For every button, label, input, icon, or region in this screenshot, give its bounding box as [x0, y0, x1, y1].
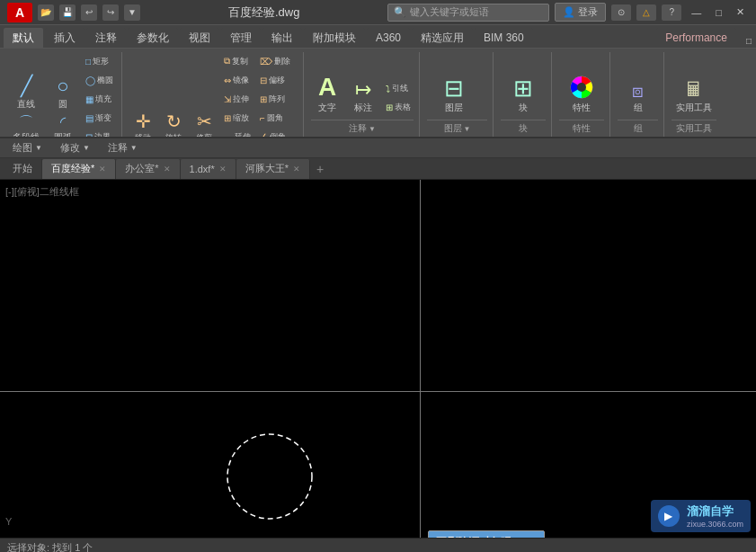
tab-view[interactable]: 视图 [180, 28, 219, 48]
tool-dimension[interactable]: ↦ 标注 [347, 78, 379, 116]
tab-performance[interactable]: Performance [656, 28, 736, 48]
info-button[interactable]: ⊙ [611, 4, 631, 21]
tab-bim360[interactable]: BIM 360 [475, 28, 533, 48]
tab-default[interactable]: 默认 [4, 28, 43, 48]
tool-circle[interactable]: ○ 圆 [47, 75, 79, 112]
quick-access-redo[interactable]: ↪ [102, 4, 119, 21]
group-group-label[interactable]: 组 [618, 120, 658, 137]
tool-block[interactable]: ⊞ 块 [501, 75, 546, 116]
tool-gradient[interactable]: ▤渐变 [83, 109, 116, 127]
draw-tools: ╱ 直线 ⌒ 多段线 ○ 圆 ◜ 圆弧 □矩形 [9, 52, 116, 138]
tab-start[interactable]: 开始 [4, 159, 42, 179]
tab-new-button[interactable]: + [310, 159, 330, 179]
ribbon-collapse[interactable]: □ [742, 34, 756, 48]
ribbon-group-utility: 🖩 实用工具 实用工具 [666, 52, 722, 137]
ribbon-group-block: ⊞ 块 块 [495, 52, 552, 137]
tool-leader[interactable]: ⤵引线 [383, 79, 414, 97]
tool-copy[interactable]: ⧉复制 [221, 52, 253, 70]
quick-access-more[interactable]: ▼ [124, 4, 140, 21]
annotate-tools: A 文字 ↦ 标注 ⤵引线 ⊞表格 [311, 52, 414, 120]
annotate-group-label[interactable]: 注释 ▼ [311, 120, 414, 137]
ribbon-group-draw: ╱ 直线 ⌒ 多段线 ○ 圆 ◜ 圆弧 □矩形 [4, 52, 122, 137]
tool-utility[interactable]: 🖩 实用工具 [672, 78, 716, 116]
dimension-icon: ↦ [355, 80, 371, 100]
tab-output[interactable]: 输出 [262, 28, 302, 48]
tab-office[interactable]: 办公室* ✕ [116, 159, 180, 179]
extend-icon: ↔ [224, 132, 233, 139]
tool-scale[interactable]: ⊞缩放 [221, 109, 253, 127]
block-tools: ⊞ 块 [501, 52, 546, 120]
array-icon: ⊞ [260, 94, 267, 104]
tool-polyline[interactable]: ⌒ 多段线 [9, 113, 43, 138]
person-icon: 👤 [563, 6, 575, 18]
tool-extend[interactable]: ↔延伸 [221, 128, 253, 138]
help-button[interactable]: ? [662, 4, 681, 21]
modify-arrow-icon: ▼ [83, 144, 90, 152]
chamfer-icon: ∠ [260, 132, 268, 139]
minimize-button[interactable]: — [687, 5, 706, 20]
tab-dxf-close[interactable]: ✕ [219, 165, 227, 174]
tool-text[interactable]: A 文字 [311, 73, 343, 116]
boundary-icon: ⊡ [85, 132, 93, 139]
tool-boundary[interactable]: ⊡边界 [83, 128, 116, 138]
fillet-icon: ⌐ [260, 113, 265, 123]
login-button[interactable]: 👤 登录 [555, 3, 606, 22]
tab-insert[interactable]: 插入 [45, 28, 84, 48]
tab-manage[interactable]: 管理 [221, 28, 261, 48]
tool-layer[interactable]: ⊟ 图层 [427, 75, 481, 116]
tab-parametric[interactable]: 参数化 [128, 28, 178, 48]
tool-array[interactable]: ⊞阵列 [257, 90, 293, 108]
drawing-area[interactable]: [-][俯视]二维线框 要删除源对象吗? 是(Y) 否(N) ▶ 溜溜自学 [0, 180, 756, 538]
autocad-logo[interactable]: A [7, 3, 32, 22]
properties-group-label[interactable]: 特性 [559, 120, 604, 137]
tool-chamfer[interactable]: ∠倒角 [257, 128, 293, 138]
tool-group[interactable]: ⧇ 组 [618, 80, 658, 116]
text-icon: A [318, 75, 336, 100]
ribbon-group-layer: ⊟ 图层 图层 ▼ [422, 52, 494, 137]
gradient-icon: ▤ [85, 113, 93, 123]
tool-properties[interactable]: 特性 [559, 73, 604, 116]
tab-baidu-close[interactable]: ✕ [99, 165, 106, 174]
quick-access-open[interactable]: 📂 [38, 4, 54, 21]
tool-trim[interactable]: ✂ 修剪 [191, 111, 218, 138]
layer-group-label[interactable]: 图层 ▼ [427, 120, 487, 137]
tab-office-close[interactable]: ✕ [164, 165, 171, 174]
ribbon-group-modify: ✛ 移动 ↻ 旋转 ✂ 修剪 ⧉复制 ⇔镜像 ⇲拉伸 ⊞缩放 [124, 52, 304, 137]
tool-hatch[interactable]: ▦填充 [83, 90, 116, 108]
drawing-svg [0, 180, 756, 538]
maximize-button[interactable]: □ [711, 5, 726, 20]
section-annotate[interactable]: 注释 ▼ [99, 139, 147, 156]
tool-ellipse[interactable]: ◯椭圆 [83, 71, 116, 89]
tab-hetun-close[interactable]: ✕ [293, 165, 300, 174]
tab-baidu[interactable]: 百度经验* ✕ [42, 159, 116, 179]
table-icon: ⊞ [386, 102, 393, 112]
tab-hetun[interactable]: 河豚大王* ✕ [236, 159, 310, 179]
tab-a360[interactable]: A360 [367, 28, 410, 48]
section-draw[interactable]: 绘图 ▼ [4, 139, 51, 156]
tool-rect[interactable]: □矩形 [83, 52, 116, 70]
utility-group-label[interactable]: 实用工具 [672, 120, 716, 137]
file-tabs: 开始 百度经验* ✕ 办公室* ✕ 1.dxf* ✕ 河豚大王* ✕ + [0, 158, 756, 180]
quick-access-save[interactable]: 💾 [59, 4, 76, 21]
quick-access-undo[interactable]: ↩ [81, 4, 97, 21]
tool-fillet[interactable]: ⌐圆角 [257, 109, 293, 127]
tool-table[interactable]: ⊞表格 [383, 98, 414, 116]
tab-featured[interactable]: 精选应用 [412, 28, 473, 48]
close-button[interactable]: ✕ [732, 4, 749, 20]
tab-dxf[interactable]: 1.dxf* ✕ [181, 159, 236, 179]
warning-icon: △ [636, 4, 656, 21]
tab-annotate[interactable]: 注释 [86, 28, 126, 48]
tool-mirror[interactable]: ⇔镜像 [221, 71, 253, 89]
tool-offset[interactable]: ⊟偏移 [257, 71, 293, 89]
draw-arrow-icon: ▼ [35, 144, 42, 152]
tool-stretch[interactable]: ⇲拉伸 [221, 90, 253, 108]
tool-erase[interactable]: ⌦删除 [257, 52, 293, 70]
search-bar[interactable]: 🔍 键入关键字或短语 [387, 4, 549, 22]
tool-move[interactable]: ✛ 移动 [129, 111, 156, 138]
section-modify[interactable]: 修改 ▼ [51, 139, 99, 156]
block-group-label[interactable]: 块 [501, 120, 546, 137]
tab-addons[interactable]: 附加模块 [304, 28, 365, 48]
tool-arc[interactable]: ◜ 圆弧 [47, 113, 79, 138]
tool-line[interactable]: ╱ 直线 [9, 75, 43, 112]
tool-rotate[interactable]: ↻ 旋转 [160, 111, 187, 138]
